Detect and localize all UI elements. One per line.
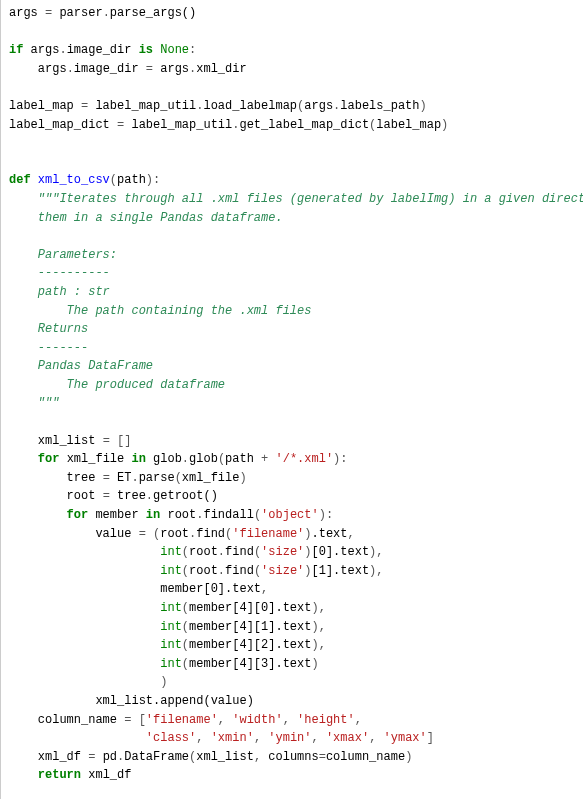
line: args.image_dir = args.xml_dir xyxy=(9,62,247,76)
line: args = parser.parse_args() xyxy=(9,6,196,20)
line: 'class', 'xmin', 'ymin', 'xmax', 'ymax'] xyxy=(9,731,434,745)
line: def xml_to_csv(path): xyxy=(9,173,160,187)
line: root = tree.getroot() xyxy=(9,489,218,503)
line: int(root.find('size')[0].text), xyxy=(9,545,384,559)
line: int(root.find('size')[1].text), xyxy=(9,564,384,578)
line: for xml_file in glob.glob(path + '/*.xml… xyxy=(9,452,348,466)
line: int(member[4][3].text) xyxy=(9,657,319,671)
line: member[0].text, xyxy=(9,582,268,596)
code-block: args = parser.parse_args() if args.image… xyxy=(1,0,583,799)
line: value = (root.find('filename').text, xyxy=(9,527,355,541)
line: xml_list.append(value) xyxy=(9,694,254,708)
docstring: """Iterates through all .xml files (gene… xyxy=(9,192,583,411)
line: tree = ET.parse(xml_file) xyxy=(9,471,247,485)
line: int(member[4][2].text), xyxy=(9,638,326,652)
line: for member in root.findall('object'): xyxy=(9,508,333,522)
line: return xml_df xyxy=(9,768,131,782)
line: xml_list = [] xyxy=(9,434,131,448)
line: column_name = ['filename', 'width', 'hei… xyxy=(9,713,362,727)
line: label_map = label_map_util.load_labelmap… xyxy=(9,99,427,113)
line: int(member[4][0].text), xyxy=(9,601,326,615)
line: label_map_dict = label_map_util.get_labe… xyxy=(9,118,448,132)
line: int(member[4][1].text), xyxy=(9,620,326,634)
line: if args.image_dir is None: xyxy=(9,43,196,57)
line: xml_df = pd.DataFrame(xml_list, columns=… xyxy=(9,750,412,764)
line: ) xyxy=(9,675,167,689)
